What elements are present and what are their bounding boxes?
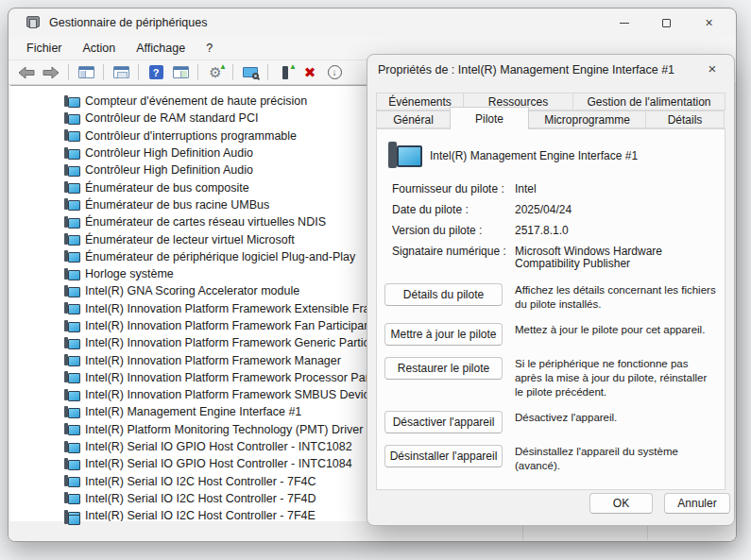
toolbar-separator (103, 64, 104, 80)
tree-item-label: Contrôleur High Definition Audio (85, 146, 253, 160)
tree-item-label: Intel(R) Innovation Platform Framework P… (85, 371, 375, 384)
tab[interactable]: Gestion de l'alimentation (572, 93, 725, 110)
device-icon (63, 216, 79, 229)
window-title: Gestionnaire de périphériques (49, 16, 207, 29)
properties-dialog: Propriétés de : Intel(R) Management Engi… (367, 54, 735, 526)
minimize-button[interactable] (603, 8, 645, 37)
action-row: Désinstaller l'appareil Désinstallez l'a… (384, 445, 717, 473)
tree-item-label: Contrôleur de RAM standard PCI (85, 111, 258, 125)
tree-item-label: Intel(R) Innovation Platform Framework E… (85, 302, 380, 315)
back-button[interactable] (14, 62, 39, 83)
menu-item[interactable]: Action (73, 39, 127, 58)
close-button[interactable]: × (688, 8, 730, 37)
field-label: Date du pilote : (392, 204, 515, 216)
tab-row-front: GénéralPiloteMicroprogrammeDétails (376, 110, 727, 129)
action-row: Mettre à jour le pilote Mettez à jour le… (384, 323, 717, 346)
show-console-tree-button[interactable] (74, 62, 98, 83)
toolbar-separator (197, 64, 198, 80)
device-icon (63, 112, 79, 125)
device-icon (63, 164, 79, 177)
disable-device-button[interactable]: ↓ (322, 62, 347, 83)
device-icon (63, 458, 79, 470)
cancel-button[interactable]: Annuler (664, 493, 730, 514)
driver-action-button[interactable]: Désactiver l'appareil (384, 411, 503, 433)
field-value: 2517.8.1.0 (515, 225, 717, 237)
dialog-title: Propriétés de : Intel(R) Management Engi… (378, 63, 674, 76)
driver-action-button[interactable]: Détails du pilote (384, 283, 503, 306)
device-icon (63, 198, 79, 211)
tab[interactable]: Pilote (450, 107, 529, 129)
update-driver-button[interactable]: ▲ (273, 62, 298, 83)
tree-item-label: Intel(R) Serial IO I2C Host Controller -… (85, 492, 316, 505)
dialog-close-button[interactable]: × (702, 60, 723, 76)
monitor-icon (243, 67, 258, 77)
device-icon-partial (63, 513, 79, 525)
action-description: Désinstallez l'appareil du système (avan… (515, 445, 717, 473)
tree-item-label: Contrôleur High Definition Audio (85, 163, 253, 177)
field-value: Intel (515, 183, 717, 195)
maximize-button[interactable] (645, 8, 688, 37)
back-arrow-icon (17, 65, 36, 80)
driver-actions: Détails du pilote Affichez les détails c… (384, 283, 717, 473)
device-icon (63, 389, 79, 401)
toolbar-separator (267, 64, 268, 80)
tab-row-back: ÉvénementsRessourcesGestion de l'aliment… (376, 93, 727, 110)
action-description: Affichez les détails concernant les fich… (515, 283, 717, 312)
action-row: Désactiver l'appareil Désactivez l'appar… (384, 411, 717, 433)
console-tree-icon (78, 66, 94, 78)
tree-item-label: Énumérateur de cartes réseau virtuelles … (85, 215, 326, 229)
device-icon (63, 441, 79, 453)
tree-item-label: Intel(R) Serial IO GPIO Host Controller … (85, 457, 352, 470)
action-row: Restaurer le pilote Si le périphérique n… (384, 357, 717, 399)
tree-item-label: Énumérateur de périphérique logiciel Plu… (85, 250, 355, 263)
tab[interactable]: Détails (645, 110, 725, 128)
ok-button[interactable]: OK (589, 493, 653, 514)
menu-item[interactable]: Affichage (126, 39, 196, 58)
action-description: Si le périphérique ne fonctionne pas apr… (515, 357, 717, 399)
tree-item-label: Intel(R) Innovation Platform Framework G… (85, 336, 379, 349)
driver-action-button[interactable]: Désinstaller l'appareil (384, 445, 503, 467)
device-icon (63, 95, 79, 108)
tree-item-label: Intel(R) Innovation Platform Framework M… (85, 354, 341, 367)
device-icon (63, 250, 79, 263)
help-icon: ? (149, 65, 163, 79)
device-icon (63, 406, 79, 418)
minimize-icon (620, 23, 629, 24)
action-row: Détails du pilote Affichez les détails c… (384, 283, 717, 312)
field-label: Signataire numérique : (392, 246, 515, 270)
computer-search-button[interactable] (238, 62, 263, 83)
action-pane-button[interactable] (168, 62, 193, 83)
tree-item-label: Intel(R) Innovation Platform Framework S… (85, 388, 376, 401)
forward-arrow-icon (42, 65, 60, 80)
tree-item-label: Horloge système (85, 267, 174, 280)
tab-strip: ÉvénementsRessourcesGestion de l'aliment… (376, 93, 727, 129)
properties-button[interactable] (109, 62, 133, 83)
dialog-titlebar: Propriétés de : Intel(R) Management Engi… (367, 55, 734, 89)
tree-item-label: Énumérateur de bus composite (85, 181, 249, 195)
field-label: Version du pilote : (392, 225, 515, 237)
help-button[interactable]: ? (144, 62, 168, 83)
device-icon (63, 181, 79, 194)
uninstall-device-button[interactable]: ✖ (298, 62, 322, 83)
forward-button[interactable] (39, 62, 63, 83)
menu-item[interactable]: ? (196, 39, 223, 58)
tab[interactable]: Microprogramme (528, 110, 646, 128)
field-value: 2025/04/24 (515, 204, 717, 216)
device-icon (63, 302, 79, 314)
driver-action-button[interactable]: Mettre à jour le pilote (384, 323, 503, 346)
device-icon (63, 423, 79, 435)
action-description: Mettez à jour le pilote pour cet apparei… (515, 323, 717, 337)
driver-action-button[interactable]: Restaurer le pilote (384, 357, 503, 380)
device-header: Intel(R) Management Engine Interface #1 (386, 141, 717, 171)
field-row: Date du pilote : 2025/04/24 (392, 204, 717, 216)
device-icon (63, 320, 79, 332)
scan-hardware-changes-button[interactable]: ⚙ ▲ (203, 62, 228, 83)
device-icon (63, 268, 79, 280)
titlebar: Gestionnaire de périphériques × (9, 8, 736, 37)
tab[interactable]: Général (376, 110, 451, 128)
tree-item-label: Contrôleur d'interruptions programmable (85, 129, 297, 143)
action-description: Désactivez l'appareil. (515, 411, 717, 425)
menu-item[interactable]: Fichier (16, 39, 73, 58)
tree-item-label: Énumérateur de lecteur virtuel Microsoft (85, 233, 295, 246)
device-icon (63, 337, 79, 349)
